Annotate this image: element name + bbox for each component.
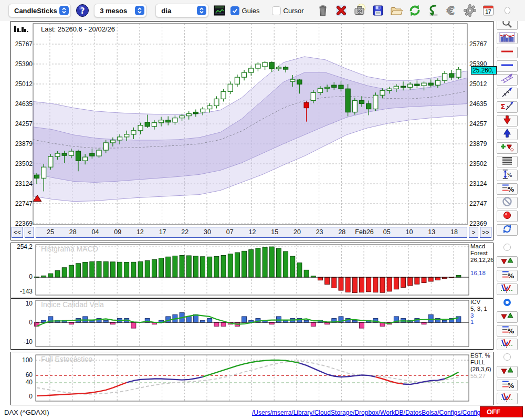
price-label-right: 22747 (469, 200, 491, 207)
date-label: 22 (173, 228, 196, 236)
vpercent-icon: % (500, 169, 514, 182)
histogram-button[interactable] (497, 33, 518, 44)
mini-chart-icon[interactable] (213, 4, 226, 17)
signal-arrows-icon (500, 311, 514, 323)
svg-text:Σ: Σ (500, 102, 506, 111)
add-signal-button[interactable] (497, 142, 518, 154)
price-label-right: 24257 (469, 120, 491, 128)
date-label: 25 (39, 228, 62, 236)
help-button[interactable]: ? (76, 4, 89, 17)
price-label-left: 22369 (12, 220, 33, 227)
date-axis-strip[interactable]: 2528040912172230071215202328Feb260510131… (36, 227, 467, 238)
vpercent-button[interactable]: % (497, 170, 518, 181)
svg-text:%: % (507, 272, 514, 280)
date-label: 18 (443, 228, 466, 236)
macd-title: Histgrama MACD (41, 245, 98, 253)
macd-radio[interactable] (503, 244, 511, 251)
eqpercent-icon: % (500, 324, 514, 338)
undo-icon[interactable] (426, 4, 440, 17)
guies-toggle[interactable]: Guies (230, 6, 260, 15)
hline-red-button[interactable] (497, 47, 518, 58)
svg-text:%: % (507, 327, 514, 335)
nav-prev-button[interactable]: < (25, 227, 34, 238)
arrow-up-blue-button[interactable] (497, 129, 518, 140)
stoch-signal-arrows-button[interactable] (497, 366, 518, 377)
macd-curve-button[interactable] (497, 284, 518, 295)
guies-checkbox[interactable] (230, 6, 239, 15)
date-label: 04 (83, 228, 107, 236)
price-label-right: 23124 (469, 180, 491, 187)
open-folder-icon[interactable] (390, 4, 403, 17)
record-icon (501, 209, 513, 223)
date-label: 30 (196, 228, 219, 236)
curve-icon (500, 392, 514, 405)
nav-first-button[interactable]: << (12, 227, 23, 238)
screenshot-icon[interactable] (353, 4, 366, 17)
last-price-label: Last: 25260.6 - 20/02/26 (41, 25, 115, 33)
date-label: 05 (375, 228, 398, 236)
rows-icon (500, 155, 514, 168)
forbid-button[interactable] (497, 197, 518, 208)
price-label-left: 22747 (12, 200, 33, 207)
icv-eqpercent-button[interactable]: % (497, 325, 518, 337)
channel-button[interactable] (497, 74, 518, 86)
hline-blue-button[interactable] (497, 60, 518, 72)
stoch-eqpercent-button[interactable]: % (497, 380, 518, 391)
hline-blue-icon (499, 61, 515, 71)
eqpercent-button[interactable]: % (497, 183, 518, 195)
price-label-left: 25012 (12, 80, 33, 88)
sigma-trend-button[interactable]: Σ (497, 101, 518, 113)
chart-type-select[interactable]: CandleSticks (8, 4, 71, 17)
sync-button[interactable] (497, 224, 518, 236)
icv-radio[interactable] (503, 299, 511, 306)
price-label-left: 23502 (12, 160, 33, 167)
stoch-title: Full Estocástico (41, 355, 92, 363)
price-label-left: 24257 (12, 120, 33, 128)
trendline-button[interactable] (497, 88, 518, 99)
cursor-toggle[interactable]: Cursor (272, 6, 304, 15)
date-label: 20 (286, 228, 309, 236)
toolbar-radio[interactable] (505, 7, 510, 14)
date-label: 15 (263, 228, 286, 236)
save-icon[interactable] (371, 4, 385, 17)
nav-last-button[interactable]: >> (480, 227, 491, 238)
price-label-right: 24635 (469, 100, 491, 108)
period-select[interactable]: 3 mesos (94, 4, 146, 17)
nav-next-button[interactable]: > (469, 227, 478, 238)
select-stepper-icon (197, 6, 206, 15)
price-label-left: 23124 (12, 180, 33, 187)
price-label-left: 25767 (12, 40, 33, 48)
price-label-right: 23502 (469, 160, 491, 167)
delete-icon[interactable] (334, 4, 348, 17)
icv-signal-arrows-button[interactable] (497, 311, 518, 323)
macd-signal-arrows-button[interactable] (497, 256, 518, 268)
arrow-down-red-button[interactable] (497, 115, 518, 127)
icv-axis-bottom: -10 (13, 338, 33, 345)
settings-gear-icon[interactable] (463, 4, 477, 17)
stoch-curve-button[interactable] (497, 393, 518, 404)
off-button[interactable]: OFF (480, 406, 523, 417)
timeframe-select[interactable]: dia (155, 4, 208, 17)
svg-text:%: % (507, 382, 514, 390)
stoch-radio[interactable] (503, 353, 511, 361)
select-stepper-icon (135, 6, 144, 15)
sync-icon (501, 223, 513, 237)
calendar-icon[interactable]: 17 (481, 4, 495, 17)
volume-bars-icon (14, 24, 28, 35)
timeframe-value: dia (161, 7, 171, 15)
macd-eqpercent-button[interactable]: % (497, 270, 518, 281)
date-label: 23 (308, 228, 331, 236)
trash-icon[interactable] (316, 4, 330, 17)
icv-current-2: 1 (470, 319, 495, 326)
euro-icon[interactable]: € (445, 4, 458, 17)
status-bar: DAX (^GDAXI) /Users/mserra/Library/Cloud… (0, 405, 525, 420)
signal-arrows-icon (500, 365, 514, 378)
date-label: 12 (129, 228, 152, 236)
icv-curve-button[interactable] (497, 339, 518, 350)
price-label-right: 23879 (469, 140, 491, 148)
refresh-icon[interactable] (408, 4, 422, 17)
cursor-checkbox[interactable] (272, 6, 281, 15)
price-label-right: 25767 (469, 40, 491, 48)
record-button[interactable] (497, 211, 518, 222)
rows-button[interactable] (497, 156, 518, 167)
